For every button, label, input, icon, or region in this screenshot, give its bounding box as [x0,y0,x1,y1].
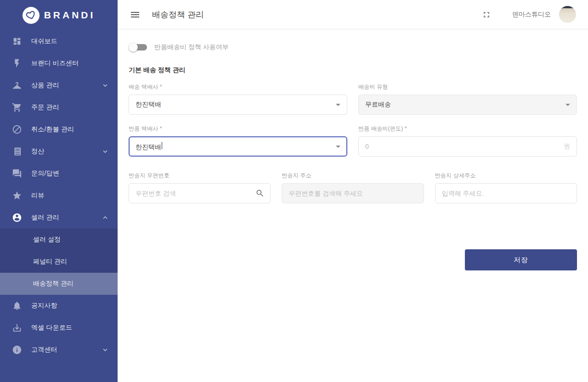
dropdown-caret-icon [336,146,340,148]
shipping-fee-type-label: 배송비 유형 [358,83,577,91]
sidebar-item-settlement[interactable]: 정산 [0,140,118,163]
chevron-down-icon [101,147,109,156]
info-icon [11,344,23,355]
bell-icon [11,300,23,311]
page-title: 배송정책 관리 [152,9,204,20]
return-policy-toggle-label: 반품배송비 정책 사용여부 [154,43,229,51]
save-button[interactable]: 저장 [465,249,577,270]
sidebar-item-cancel-refund[interactable]: 취소/환불 관리 [0,118,118,140]
sidebar-item-orders[interactable]: 주문 관리 [0,96,118,118]
dashboard-icon [11,36,23,47]
brand-wordmark: BRANDI [44,10,96,21]
return-policy-toggle[interactable] [129,42,149,53]
shipping-fee-type-field: 배송비 유형 무료배송 [358,83,577,115]
sidebar-subitem-penalty[interactable]: 페널티 관리 [0,251,118,273]
return-address-detail-input[interactable] [442,184,570,203]
return-fee-control: 원 [358,136,577,157]
save-row: 저장 [129,249,577,270]
shipping-courier-select[interactable]: 한진택배 [129,95,347,115]
return-address-label: 반송지 주소 [282,172,424,180]
return-address-detail-label: 반송지 상세주소 [435,172,577,180]
return-zipcode-input[interactable] [136,184,264,203]
shipping-courier-label: 배송 택배사 * [129,83,347,91]
block-icon [11,124,23,135]
sidebar-item-seller[interactable]: 셀러 관리 [0,207,118,229]
download-icon [11,322,23,333]
chevron-down-icon [101,346,109,354]
person-circle-icon [11,212,23,223]
main-area: 배송정책 관리 덴마스튜디오 반품배송비 정책 사용여부 기본 배송 정책 관리… [118,0,588,382]
text-cursor [162,142,162,149]
chat-icon [11,168,23,179]
dropdown-caret-icon [565,104,570,106]
return-courier-label: 반품 택배사 * [129,125,347,133]
return-address-detail-field: 반송지 상세주소 [435,172,577,203]
sidebar-item-help-center[interactable]: 고객센터 [0,339,118,361]
chevron-up-icon [101,213,109,222]
sidebar-item-inquiry[interactable]: 문의/답변 [0,163,118,185]
return-courier-field: 반품 택배사 * 한진택배 [129,125,347,157]
return-courier-select[interactable]: 한진택배 [129,136,347,157]
return-address-input[interactable] [288,184,417,203]
fullscreen-icon[interactable] [482,10,491,19]
star-icon [11,190,23,201]
sidebar-item-products[interactable]: 상품 관리 [0,74,118,96]
return-address-detail-control [435,183,577,203]
brand-logo[interactable]: BRANDI [0,0,118,30]
return-zipcode-field: 반송지 우편번호 [129,172,271,203]
sidebar-item-excel-download[interactable]: 엑셀 다운로드 [0,317,118,339]
content: 반품배송비 정책 사용여부 기본 배송 정책 관리 배송 택배사 * 한진택배 … [118,29,588,270]
return-address-field: 반송지 주소 [282,172,424,203]
sidebar: BRANDI 대쉬보드 브랜디 비즈센터 상품 관리 주문 관리 취소/환불 관… [0,0,118,382]
return-fee-field: 반품 배송비(편도) * 원 [358,125,577,157]
return-address-control [282,183,424,203]
shipping-courier-value: 한진택배 [136,101,161,109]
sidebar-item-notice[interactable]: 공지사항 [0,295,118,317]
currency-unit-label: 원 [564,142,570,151]
seller-submenu: 셀러 설정 페널티 관리 배송정책 관리 [0,229,118,295]
shipping-fee-type-select[interactable]: 무료배송 [358,95,577,115]
sidebar-subitem-shipping-policy[interactable]: 배송정책 관리 [0,273,118,295]
brandi-heart-icon [23,7,40,24]
sidebar-item-bizcenter[interactable]: 브랜디 비즈센터 [0,52,118,74]
menu-icon[interactable] [130,9,141,20]
return-courier-value: 한진택배 [136,142,162,152]
hanger-icon [11,80,23,91]
cart-icon [11,102,23,113]
receipt-icon [11,146,23,157]
return-fee-label: 반품 배송비(편도) * [358,125,577,133]
shipping-courier-field: 배송 택배사 * 한진택배 [129,83,347,115]
search-icon[interactable] [255,189,265,198]
sidebar-item-dashboard[interactable]: 대쉬보드 [0,30,118,52]
chevron-down-icon [101,81,109,90]
return-policy-toggle-row: 반품배송비 정책 사용여부 [129,42,577,53]
avatar[interactable] [559,6,576,23]
return-zipcode-label: 반송지 우편번호 [129,172,271,180]
top-header: 배송정책 관리 덴마스튜디오 [118,0,588,29]
seller-name: 덴마스튜디오 [512,11,551,19]
return-fee-input[interactable] [365,137,570,156]
shipping-fee-type-value: 무료배송 [365,101,391,109]
section-title: 기본 배송 정책 관리 [129,66,577,74]
sidebar-item-review[interactable]: 리뷰 [0,185,118,207]
bolt-icon [11,58,23,69]
dropdown-caret-icon [336,104,340,106]
return-zipcode-control [129,183,271,203]
sidebar-subitem-seller-settings[interactable]: 셀러 설정 [0,229,118,251]
